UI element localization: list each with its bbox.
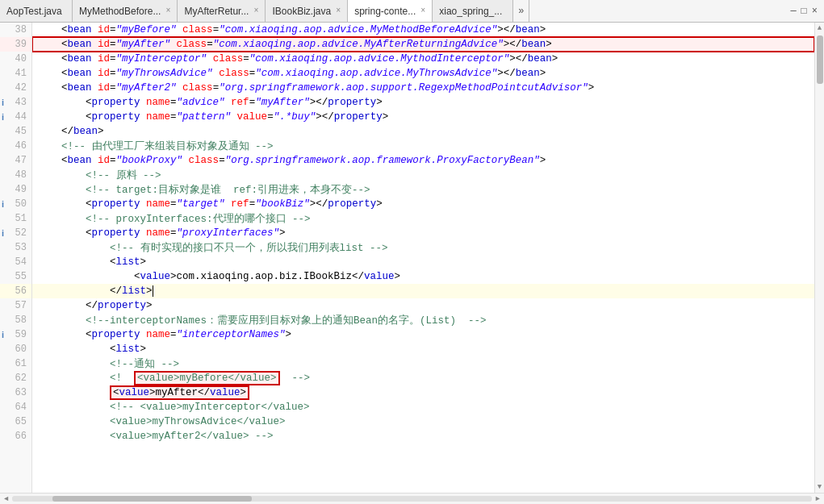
tab-ibookbiz[interactable]: IBookBiz.java × <box>266 0 348 22</box>
tab-aoptest[interactable]: AopTest.java <box>0 0 73 22</box>
line-number: 61 <box>0 356 31 371</box>
scroll-left-arrow[interactable]: ◄ <box>2 495 10 503</box>
line-number: 57 <box>0 298 31 313</box>
code-line-46: <!-- 由代理工厂来组装目标对象及通知 --> <box>32 139 814 153</box>
line-number: 42 <box>0 81 31 95</box>
code-line-53: <!-- 有时实现的接口不只一个，所以我们用列表list --> <box>32 240 814 255</box>
tab-label: xiao_spring_... <box>439 6 502 17</box>
horizontal-scrollbar[interactable]: ◄ ► <box>0 493 824 504</box>
tab-close-icon[interactable]: × <box>253 6 258 15</box>
line-number: 62 <box>0 371 31 385</box>
line-number: 38 <box>0 23 31 37</box>
line-number: 41 <box>0 66 31 81</box>
code-line-60: <list> <box>32 342 814 356</box>
code-line-64: <!-- <value>myInterceptor</value> <box>32 400 814 414</box>
code-line-62: <! <value>myBefore</value> --> <box>32 371 814 385</box>
line-number: 66 <box>0 429 31 444</box>
code-line-41: <bean id="myThrowsAdvice" class="com.xia… <box>32 66 814 81</box>
restore-icon[interactable]: □ <box>801 6 807 17</box>
line-number: 58 <box>0 313 31 327</box>
code-line-58: <!--interceptorNames：需要应用到目标对象上的通知Bean的名… <box>32 313 814 327</box>
scroll-down-arrow[interactable]: ▼ <box>816 481 823 493</box>
line-number: 56 <box>0 284 31 298</box>
code-line-45: </bean> <box>32 124 814 139</box>
tab-springcontext[interactable]: spring-conte... × <box>348 0 433 23</box>
code-line-52: <property name="proxyInterfaces"> <box>32 226 814 240</box>
horizontal-thumb[interactable] <box>52 496 253 502</box>
editor-container: 38 39 40 41 42 i43 i44 45 46 47 48 49 i5… <box>0 23 824 493</box>
tab-label: MyAfterRetur... <box>184 6 249 17</box>
line-number: 63 <box>0 385 31 400</box>
code-line-42: <bean id="myAfter2" class="org.springfra… <box>32 81 814 95</box>
line-numbers: 38 39 40 41 42 i43 i44 45 46 47 48 49 i5… <box>0 23 32 493</box>
code-line-50: <property name="target" ref="bookBiz"></… <box>32 197 814 211</box>
code-line-48: <!-- 原料 --> <box>32 168 814 182</box>
line-number: 45 <box>0 124 31 139</box>
more-tabs-icon: » <box>518 6 524 17</box>
code-line-49: <!-- target:目标对象是谁 ref:引用进来，本身不变--> <box>32 182 814 197</box>
tab-xiaospring[interactable]: xiao_spring_... <box>433 0 513 22</box>
code-line-51: <!-- proxyInterfaces:代理的哪个接口 --> <box>32 211 814 226</box>
tab-mybeforemethod[interactable]: MyMethodBefore... × <box>73 0 178 22</box>
minimize-icon[interactable]: — <box>790 6 796 17</box>
code-area[interactable]: <bean id="myBefore" class="com.xiaoqing.… <box>32 23 814 493</box>
tab-close-icon[interactable]: × <box>165 6 170 15</box>
line-number: 53 <box>0 240 31 255</box>
code-line-55: <value>com.xiaoqing.aop.biz.IBookBiz</va… <box>32 269 814 284</box>
tab-close-icon[interactable]: × <box>420 6 425 15</box>
line-number: i43 <box>0 95 31 110</box>
tab-myafterreturn[interactable]: MyAfterRetur... × <box>178 0 266 22</box>
code-line-59: <property name="interceptorNames"> <box>32 327 814 342</box>
code-line-54: <list> <box>32 255 814 269</box>
tab-label: IBookBiz.java <box>272 6 331 17</box>
code-line-39: <bean id="myAfter" class="com.xiaoqing.a… <box>32 37 814 52</box>
code-line-43: <property name="advice" ref="myAfter"></… <box>32 95 814 110</box>
line-number: 65 <box>0 414 31 429</box>
line-number: i59 <box>0 327 31 342</box>
close-window-icon[interactable]: × <box>812 6 818 17</box>
tab-label: MyMethodBefore... <box>79 6 161 17</box>
line-number: 64 <box>0 400 31 414</box>
code-line-65: <value>myThrowsAdvice</value> <box>32 414 814 429</box>
scroll-thumb-vertical[interactable] <box>817 35 823 84</box>
code-line-38: <bean id="myBefore" class="com.xiaoqing.… <box>32 23 814 37</box>
tab-bar: AopTest.java MyMethodBefore... × MyAfter… <box>0 0 824 23</box>
code-line-57: </property> <box>32 298 814 313</box>
code-line-61: <!--通知 --> <box>32 356 814 371</box>
tab-label: spring-conte... <box>354 6 416 17</box>
line-number: 47 <box>0 153 31 168</box>
line-number: i44 <box>0 110 31 124</box>
more-tabs-button[interactable]: » <box>513 0 529 22</box>
scroll-right-arrow[interactable]: ► <box>814 495 822 503</box>
line-number: 49 <box>0 182 31 197</box>
line-number: 60 <box>0 342 31 356</box>
line-number: i50 <box>0 197 31 211</box>
line-number: 46 <box>0 139 31 153</box>
vertical-scrollbar[interactable]: ▲ ▼ <box>814 23 824 493</box>
line-number: 40 <box>0 52 31 66</box>
line-number: i52 <box>0 226 31 240</box>
code-line-56: </list> <box>32 284 814 298</box>
line-number: 48 <box>0 168 31 182</box>
window-controls: — □ × <box>784 0 824 22</box>
line-number: 54 <box>0 255 31 269</box>
code-line-40: <bean id="myInterceptor" class="com.xiao… <box>32 52 814 66</box>
code-line-66: <value>myAfter2</value> --> <box>32 429 814 444</box>
tab-close-icon[interactable]: × <box>336 6 341 15</box>
code-line-47: <bean id="bookProxy" class="org.springfr… <box>32 153 814 168</box>
tab-label: AopTest.java <box>6 6 62 17</box>
code-line-44: <property name="pattern" value=".*buy"><… <box>32 110 814 124</box>
line-number: 51 <box>0 211 31 226</box>
line-number: 39 <box>0 37 31 52</box>
scroll-up-arrow[interactable]: ▲ <box>816 23 823 34</box>
horizontal-track[interactable] <box>12 496 811 502</box>
code-line-63: <value>myAfter</value> <box>32 385 814 400</box>
line-number: 55 <box>0 269 31 284</box>
